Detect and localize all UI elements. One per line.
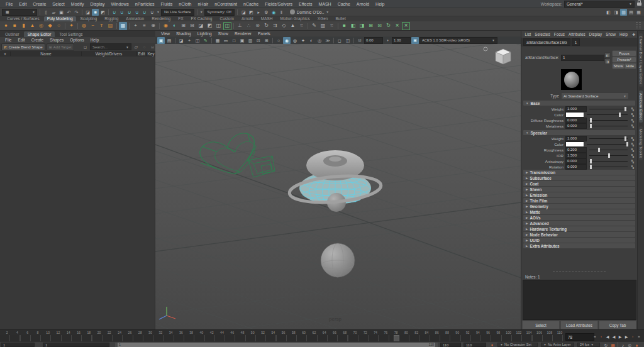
make-live-icon[interactable]: ∪: [148, 9, 155, 16]
menu-help[interactable]: Help: [88, 38, 101, 42]
shelf-tab-arnold[interactable]: Arnold: [238, 16, 257, 21]
shelf-tab-animation[interactable]: Animation: [123, 16, 147, 21]
match-transform-icon[interactable]: ⊕: [149, 22, 157, 30]
workspace-dropdown[interactable]: General* ▼: [564, 1, 635, 8]
menu-ncache[interactable]: nCache: [240, 2, 262, 6]
live-surface-field[interactable]: No Live Surface: [161, 9, 194, 16]
tool-settings-toggle-icon[interactable]: ▤: [628, 9, 635, 16]
menu-display[interactable]: Display: [587, 32, 604, 36]
node-name-field[interactable]: 1: [561, 55, 606, 61]
freeze-transform-icon[interactable]: ≡: [140, 22, 148, 30]
menu-effects[interactable]: Effects: [296, 2, 315, 6]
view-transform-dropdown[interactable]: ACES 1.0 SDR-video (sRGB) ▼: [419, 37, 497, 44]
texture-map-button[interactable]: ▚: [630, 160, 635, 163]
menu-nconstraint[interactable]: nConstraint: [211, 2, 240, 6]
slider-handle[interactable]: [608, 153, 610, 158]
insert-edge-loop-icon[interactable]: ◨: [358, 22, 366, 30]
poly-plane-icon[interactable]: ◆: [46, 22, 54, 30]
type-tool-icon[interactable]: T: [97, 22, 106, 30]
section-extra-attributes[interactable]: ▶Extra Attributes: [523, 243, 635, 248]
character-set-dropdown[interactable]: ▼ No Character Set: [497, 343, 538, 347]
attr-field-diffuse-roughness[interactable]: 0.000: [565, 118, 587, 123]
select-hierarchy-icon[interactable]: ◪: [84, 9, 91, 16]
side-tab-modeling-toolkit[interactable]: Modeling Toolkit: [639, 126, 643, 160]
crease-icon[interactable]: ⊡: [375, 22, 384, 30]
focus-button[interactable]: Focus: [612, 50, 636, 57]
target-weld-icon[interactable]: ⊙: [253, 22, 262, 30]
slider-handle[interactable]: [598, 148, 600, 152]
filter-icon[interactable]: ◻: [82, 43, 89, 50]
slider-handle[interactable]: [625, 136, 626, 141]
wedge-icon[interactable]: ▲: [289, 22, 297, 30]
sphere-lattice-icon[interactable]: ◍: [80, 22, 88, 30]
attr-field-weight[interactable]: 1.000: [565, 106, 587, 112]
attr-field-roughness[interactable]: 0.200: [565, 147, 587, 153]
menu-nparticles[interactable]: nParticles: [132, 2, 158, 6]
exposure-field[interactable]: 0.00: [364, 37, 383, 44]
shelf-tab-rigging[interactable]: Rigging: [101, 16, 121, 21]
slide-edge-icon[interactable]: ↻: [384, 22, 392, 30]
color-swatch-color[interactable]: [565, 141, 584, 147]
menu-select[interactable]: Select: [49, 2, 67, 6]
safe-action-icon[interactable]: ⊡: [255, 37, 262, 44]
menu-cache[interactable]: Cache: [335, 2, 353, 6]
play-forwards-button[interactable]: ▶: [617, 333, 623, 340]
shelf-tab-motion-graphics[interactable]: Motion Graphics: [277, 16, 313, 21]
slider-handle[interactable]: [590, 118, 592, 123]
viewport-3d[interactable]: persp: [155, 44, 521, 329]
menu-arnold[interactable]: Arnold: [353, 2, 372, 6]
new-scene-icon[interactable]: ▯: [43, 9, 50, 16]
snap-viewplane-icon[interactable]: ∪: [141, 9, 148, 16]
range-start-handle[interactable]: [115, 343, 118, 347]
play-backwards-button[interactable]: ◀: [611, 333, 617, 340]
spin-edge-icon[interactable]: ↻: [262, 22, 270, 30]
symmetry-field[interactable]: Symmetry: Off: [204, 9, 235, 16]
section-transmission[interactable]: ▶Transmission: [523, 170, 635, 175]
gamma-field[interactable]: 1.00: [392, 37, 411, 44]
pin-icon[interactable]: ✚: [632, 32, 635, 36]
menu-file[interactable]: File: [3, 38, 14, 42]
texture-map-button[interactable]: ▚: [630, 143, 635, 146]
attr-field-ior[interactable]: 1.500: [565, 153, 587, 158]
menu-list[interactable]: List: [523, 32, 533, 36]
side-tab-attribute-editor[interactable]: Attribute Editor: [639, 91, 643, 123]
shape-editor-list[interactable]: [0, 57, 155, 329]
menu-nhair[interactable]: nHair: [194, 2, 211, 6]
menu-shading[interactable]: Shading: [174, 31, 194, 36]
playback-start-field[interactable]: 1: [43, 343, 109, 347]
redo-icon[interactable]: ↷: [73, 9, 80, 16]
load-attributes-button[interactable]: Load Attributes: [560, 321, 598, 329]
section-advanced[interactable]: ▶Advanced: [523, 221, 635, 226]
center-pivot-icon[interactable]: +: [131, 22, 140, 30]
base-section-header[interactable]: ▼ Base: [523, 101, 635, 106]
notes-textarea[interactable]: [523, 280, 636, 320]
texture-map-button[interactable]: ▚: [630, 154, 635, 158]
menu-file[interactable]: File: [3, 2, 16, 6]
shelf-tab-sculpting[interactable]: Sculpting: [77, 16, 101, 21]
slider-handle[interactable]: [625, 107, 626, 111]
texture-map-button[interactable]: ▚: [630, 137, 635, 141]
resolution-gate-icon[interactable]: □: [230, 37, 238, 44]
combine-icon[interactable]: ⊞: [179, 22, 187, 30]
hide-button[interactable]: Hide: [624, 63, 636, 69]
animation-prefs-icon[interactable]: ⊙: [626, 342, 633, 347]
section-coat[interactable]: ▶Coat: [523, 181, 635, 186]
shelf-tab-bullet[interactable]: Bullet: [332, 16, 348, 21]
color-swatch-color[interactable]: [565, 112, 584, 118]
chevron-down-icon[interactable]: ▼: [200, 10, 203, 14]
shelf-tab-curves-surfaces[interactable]: Curves / Surfaces: [4, 16, 43, 21]
edit-edge-flow-icon[interactable]: ✕: [393, 22, 401, 30]
color-management-icon[interactable]: ▣: [411, 37, 419, 44]
selection-mask-dropdown[interactable]: ▦ ▼: [2, 9, 37, 16]
notes-resize-grip[interactable]: [553, 271, 606, 272]
menu-view[interactable]: View: [158, 31, 172, 36]
playback-loop-icon[interactable]: ↻: [602, 342, 609, 347]
menu-panels[interactable]: Panels: [255, 31, 273, 36]
open-scene-icon[interactable]: ▱: [50, 9, 57, 16]
boolean-union-icon[interactable]: ◉: [162, 22, 170, 30]
menu-mash[interactable]: MASH: [315, 2, 334, 6]
select-button[interactable]: Select: [522, 321, 560, 329]
set-key-icon[interactable]: ♦: [633, 342, 640, 347]
material-swatch[interactable]: [561, 69, 582, 90]
delete-edge-icon[interactable]: ✕: [402, 22, 410, 30]
